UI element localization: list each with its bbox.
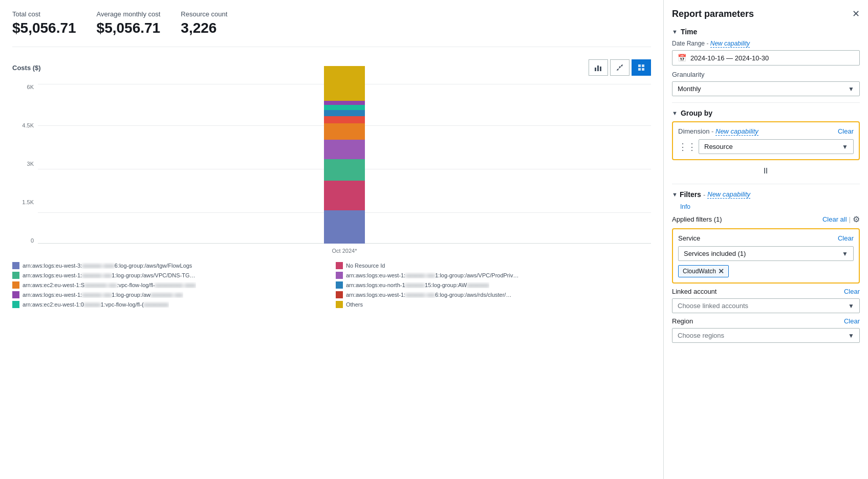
clear-all-row: Clear all | ⚙ (822, 214, 860, 224)
panel-close-button[interactable]: ✕ (852, 8, 860, 19)
bar-segment-10 (324, 66, 365, 101)
filters-header[interactable]: ▼ Filters - New capability (672, 190, 860, 199)
time-section-arrow: ▼ (672, 29, 678, 35)
stacked-chart-btn[interactable] (632, 59, 651, 76)
region-select-display[interactable]: Choose regions ▼ (672, 328, 860, 343)
avg-monthly-metric: Average monthly cost $5,056.71 (97, 10, 161, 36)
group-by-header[interactable]: ▼ Group by (672, 109, 860, 117)
calendar-icon: 📅 (678, 54, 686, 62)
x-label: Oct 2024* (332, 248, 357, 254)
granularity-value: Monthly (678, 85, 701, 93)
dimension-select-display[interactable]: Resource ▼ (699, 139, 854, 154)
legend-text-3: arn:aws:logs:eu-west-1:xxxxxxx xxx1:log-… (23, 272, 197, 278)
bar-chart-btn[interactable] (589, 59, 608, 76)
region-placeholder: Choose regions (678, 332, 724, 339)
dimension-box: Dimension - New capability Clear ⋮⋮ Reso… (672, 121, 860, 160)
bar-segment-9 (324, 101, 365, 105)
legend-color-7 (12, 291, 19, 298)
dimension-select-row: ⋮⋮ Resource ▼ (678, 139, 854, 154)
drag-handle-icon: ⋮⋮ (678, 141, 697, 153)
linked-account-select[interactable]: Choose linked accounts ▼ (672, 298, 860, 313)
region-label: Region (672, 317, 693, 325)
chart-legend: arn:aws:logs:eu-west-3:xxxxxxx xxxx6:log… (12, 262, 651, 308)
time-section-header[interactable]: ▼ Time (672, 28, 860, 36)
svg-rect-1 (597, 66, 599, 71)
legend-text-no-resource: No Resource Id (346, 263, 385, 269)
filters-info-link[interactable]: Info (680, 203, 690, 210)
chart-wrapper: 6K 4.5K 3K 1.5K 0 (12, 82, 651, 256)
panel-header: Report parameters ✕ (672, 8, 860, 19)
bar-segment-8 (324, 105, 365, 110)
legend-color-8 (336, 291, 343, 298)
chart-title: Costs ($) (12, 64, 41, 72)
legend-color-no-resource (336, 262, 343, 269)
dimension-select[interactable]: Resource ▼ (699, 139, 854, 154)
services-included-select[interactable]: Services included (1) ▼ (678, 246, 854, 261)
dimension-header: Dimension - New capability Clear (678, 127, 854, 135)
legend-item-9: arn:aws:ec2:eu-west-1:0xxxxxx1:vpc-flow-… (12, 301, 328, 308)
linked-account-display[interactable]: Choose linked accounts ▼ (672, 298, 860, 313)
legend-color-4 (336, 272, 343, 279)
avg-monthly-value: $5,056.71 (97, 20, 161, 36)
dimension-value: Resource (704, 143, 733, 150)
granularity-select-display[interactable]: Monthly ▼ (672, 81, 860, 96)
service-filter-header: Service Clear (678, 234, 854, 242)
chart-inner: Oct 2024* (38, 82, 651, 256)
legend-text-7: arn:aws:logs:eu-west-1:xxxxxxx xxx1:log-… (23, 292, 183, 298)
dimension-chevron-down-icon: ▼ (842, 143, 848, 150)
linked-account-label: Linked account (672, 288, 717, 295)
date-range-input[interactable]: 📅 2024-10-16 — 2024-10-30 (672, 50, 860, 66)
region-chevron-down-icon: ▼ (848, 332, 854, 339)
legend-color-9 (12, 301, 19, 308)
clear-all-button[interactable]: Clear all (822, 215, 847, 223)
filters-arrow: ▼ (672, 191, 678, 198)
date-range-label: Date Range - New capability (672, 40, 860, 47)
group-by-section: ▼ Group by Dimension - New capability Cl… (672, 109, 860, 178)
right-panel: Report parameters ✕ ▼ Time Date Range - … (663, 0, 868, 479)
legend-color-1 (12, 262, 19, 269)
y-axis: 6K 4.5K 3K 1.5K 0 (12, 82, 38, 256)
add-group-by-area: ⏸ (672, 164, 860, 178)
metrics-row: Total cost $5,056.71 Average monthly cos… (12, 10, 651, 47)
date-range-capability: New capability (710, 40, 750, 48)
legend-color-5 (12, 281, 19, 289)
legend-color-6 (336, 281, 343, 289)
region-select[interactable]: Choose regions ▼ (672, 328, 860, 343)
svg-rect-8 (642, 64, 644, 67)
services-chevron-down-icon: ▼ (842, 250, 848, 257)
stacked-bar (324, 66, 365, 244)
cloudwatch-tag-remove-button[interactable]: ✕ (718, 267, 724, 275)
granularity-select[interactable]: Monthly ▼ (672, 81, 860, 96)
region-header: Region Clear (672, 317, 860, 325)
cloudwatch-tag: CloudWatch ✕ (678, 265, 729, 277)
applied-filters-label: Applied filters (1) (672, 215, 722, 223)
dimension-label: Dimension - New capability (678, 127, 758, 135)
service-filter-label: Service (678, 234, 700, 242)
svg-line-6 (617, 64, 623, 71)
y-label-3k: 3K (27, 161, 34, 167)
service-clear-button[interactable]: Clear (838, 234, 854, 242)
region-clear-button[interactable]: Clear (844, 317, 860, 325)
chart-controls (589, 59, 651, 76)
group-by-arrow: ▼ (672, 110, 678, 116)
dimension-capability: New capability (715, 127, 758, 136)
granularity-label: Granularity (672, 71, 860, 78)
services-included-display[interactable]: Services included (1) ▼ (678, 246, 854, 261)
separator: | (849, 215, 851, 223)
scatter-chart-btn[interactable] (610, 59, 630, 76)
linked-account-clear-button[interactable]: Clear (844, 288, 860, 295)
legend-item-no-resource: No Resource Id (336, 262, 651, 269)
y-label-0: 0 (31, 237, 34, 244)
chart-section: Costs ($) 6K 4.5K 3K 1.5K 0 (12, 59, 651, 308)
dimension-clear-button[interactable]: Clear (838, 127, 854, 135)
filters-settings-button[interactable]: ⚙ (853, 214, 860, 224)
bar-segment-7 (324, 110, 365, 116)
cloudwatch-tag-label: CloudWatch (683, 268, 716, 275)
total-cost-label: Total cost (12, 10, 76, 18)
legend-item-others: Others (336, 301, 651, 308)
bar-segment-4 (324, 140, 365, 159)
legend-item-8: arn:aws:logs:eu-west-1:xxxxxxx xxx6:log-… (336, 291, 651, 298)
legend-text-8: arn:aws:logs:eu-west-1:xxxxxxx xxx6:log-… (346, 292, 520, 298)
total-cost-value: $5,056.71 (12, 20, 76, 36)
svg-rect-9 (638, 68, 641, 71)
